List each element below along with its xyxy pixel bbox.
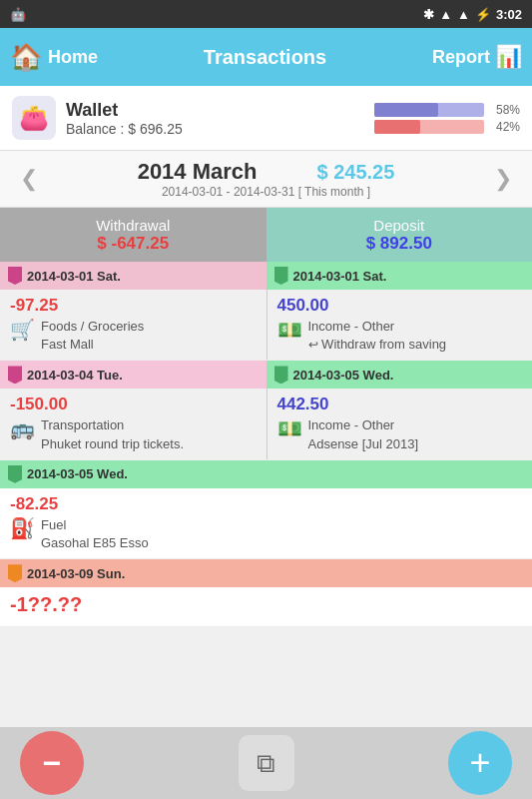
money-icon-2: 💵 (277, 416, 302, 440)
tx-cell-left-1: -97.25 🛒 Foods / GroceriesFast Mall (0, 290, 266, 360)
tx-row-1: -97.25 🛒 Foods / GroceriesFast Mall 450.… (0, 290, 532, 361)
page-title: Transactions (204, 46, 326, 69)
month-info: 2014 March $ 245.25 2014-03-01 - 2014-03… (138, 159, 395, 199)
minus-bar-fill (374, 120, 420, 134)
status-right: ✱ ▲ ▲ ⚡ 3:02 (423, 7, 522, 22)
tx-row-partial: -1??.?? (0, 587, 532, 627)
date-row-single-2: 2014-03-09 Sun. (0, 559, 532, 587)
wallet-name: Wallet (66, 100, 183, 121)
tx-amount-r1: 450.00 (277, 296, 523, 316)
single-date-text-1: 2014-03-05 Wed. (27, 466, 128, 481)
badge-orange-1 (8, 564, 22, 582)
money-icon-1: 💵 (277, 318, 302, 342)
badge-green-2 (274, 366, 288, 384)
tx-row-single-1: -82.25 ⛽ FuelGasohal E85 Esso (0, 488, 532, 559)
wallet-section: 👛 Wallet Balance : $ 696.25 58% 42% (0, 86, 532, 151)
month-range: 2014-03-01 - 2014-03-31 [ This month ] (138, 185, 395, 199)
report-label: Report (432, 47, 490, 68)
home-icon: 🏠 (10, 42, 42, 73)
tx-icon-line-r1: 💵 Income - Other↩ Withdraw from saving (277, 318, 523, 354)
deposit-cell: Deposit $ 892.50 (266, 208, 533, 262)
right-date-1: 2014-03-01 Sat. (266, 262, 533, 290)
date-row-single-1: 2014-03-05 Wed. (0, 460, 532, 488)
tx-desc-r2: Income - OtherAdsense [Jul 2013] (308, 416, 419, 452)
badge-pink-1 (8, 267, 22, 285)
status-android-icon: 🤖 (10, 7, 26, 22)
copy-button[interactable]: ⧉ (239, 735, 294, 791)
next-month-button[interactable]: ❯ (486, 166, 520, 192)
add-icon: + (469, 742, 490, 784)
tx-amount-partial: -1??.?? (10, 593, 522, 616)
left-date-text-2: 2014-03-04 Tue. (27, 368, 123, 383)
plus-bar (374, 103, 484, 117)
tx-cell-left-2: -150.00 🚌 TransportationPhuket round tri… (0, 389, 266, 458)
minus-bar (374, 120, 484, 134)
top-nav: 🏠 Home Transactions Report 📊 (0, 28, 532, 86)
right-date-text-2: 2014-03-05 Wed. (293, 368, 394, 383)
withdraw-icon: ↩ (308, 338, 318, 352)
tx-icon-line-s1: ⛽ FuelGasohal E85 Esso (10, 516, 522, 552)
bus-icon: 🚌 (10, 416, 35, 440)
tx-cell-right-1: 450.00 💵 Income - Other↩ Withdraw from s… (267, 290, 533, 360)
battery-icon: ⚡ (475, 7, 491, 22)
right-date-text-1: 2014-03-01 Sat. (293, 269, 387, 284)
tx-amount-s1: -82.25 (10, 494, 522, 514)
badge-green-1 (274, 267, 288, 285)
home-label: Home (48, 47, 98, 68)
deposit-amount: $ 892.50 (366, 234, 432, 254)
tx-desc-2: TransportationPhuket round trip tickets. (41, 416, 184, 452)
tx-desc-1: Foods / GroceriesFast Mall (41, 318, 144, 354)
tx-icon-line-r2: 💵 Income - OtherAdsense [Jul 2013] (277, 416, 523, 452)
date-row-2: 2014-03-04 Tue. 2014-03-05 Wed. (0, 361, 532, 389)
minus-bar-row: 42% (374, 120, 520, 134)
tx-icon-line-2: 🚌 TransportationPhuket round trip ticket… (10, 416, 256, 452)
minus-pct: 42% (488, 120, 520, 134)
withdrawal-label: Withdrawal (96, 217, 170, 234)
wallet-info: Wallet Balance : $ 696.25 (66, 100, 183, 137)
tx-amount-2: -150.00 (10, 395, 256, 414)
tx-desc-r1: Income - Other↩ Withdraw from saving (308, 318, 447, 354)
subtract-icon: − (43, 745, 62, 782)
bluetooth-icon: ✱ (423, 7, 434, 22)
badge-pink-2 (8, 366, 22, 384)
time-display: 3:02 (496, 7, 522, 22)
tx-cell-right-2: 442.50 💵 Income - OtherAdsense [Jul 2013… (267, 389, 533, 458)
plus-bar-fill (374, 103, 438, 117)
wallet-bars: 58% 42% (374, 103, 520, 134)
left-date-text-1: 2014-03-01 Sat. (27, 269, 121, 284)
status-bar: 🤖 ✱ ▲ ▲ ⚡ 3:02 (0, 0, 532, 28)
tx-amount-1: -97.25 (10, 296, 256, 316)
date-row-1: 2014-03-01 Sat. 2014-03-01 Sat. (0, 262, 532, 290)
month-navigator: ❮ 2014 March $ 245.25 2014-03-01 - 2014-… (0, 151, 532, 208)
deposit-label: Deposit (373, 217, 424, 234)
add-button[interactable]: + (448, 731, 512, 795)
copy-icon: ⧉ (257, 748, 275, 779)
left-date-1: 2014-03-01 Sat. (0, 262, 266, 290)
wallet-icon: 👛 (12, 96, 56, 140)
month-title: 2014 March (138, 159, 258, 185)
home-button[interactable]: 🏠 Home (10, 42, 98, 73)
month-amount: $ 245.25 (317, 161, 395, 184)
wallet-left: 👛 Wallet Balance : $ 696.25 (12, 96, 183, 140)
transaction-list: 2014-03-01 Sat. 2014-03-01 Sat. -97.25 🛒… (0, 262, 532, 721)
tx-amount-r2: 442.50 (277, 395, 523, 414)
subtract-button[interactable]: − (20, 731, 84, 795)
wifi-icon: ▲ (439, 7, 452, 22)
badge-green-3 (8, 465, 22, 483)
wd-header: Withdrawal $ -647.25 Deposit $ 892.50 (0, 208, 532, 262)
signal-icon: ▲ (457, 7, 470, 22)
bottom-bar: − ⧉ + (0, 727, 532, 799)
withdrawal-cell: Withdrawal $ -647.25 (0, 208, 266, 262)
prev-month-button[interactable]: ❮ (12, 166, 46, 192)
cart-icon: 🛒 (10, 318, 35, 342)
tx-row-2: -150.00 🚌 TransportationPhuket round tri… (0, 389, 532, 459)
plus-pct: 58% (488, 103, 520, 117)
withdrawal-amount: $ -647.25 (97, 234, 169, 254)
wallet-balance: Balance : $ 696.25 (66, 121, 183, 137)
report-button[interactable]: Report 📊 (432, 44, 522, 70)
tx-desc-s1: FuelGasohal E85 Esso (41, 516, 149, 552)
right-date-2: 2014-03-05 Wed. (266, 361, 533, 389)
single-date-text-2: 2014-03-09 Sun. (27, 566, 125, 581)
tx-icon-line-1: 🛒 Foods / GroceriesFast Mall (10, 318, 256, 354)
report-icon: 📊 (495, 44, 522, 70)
